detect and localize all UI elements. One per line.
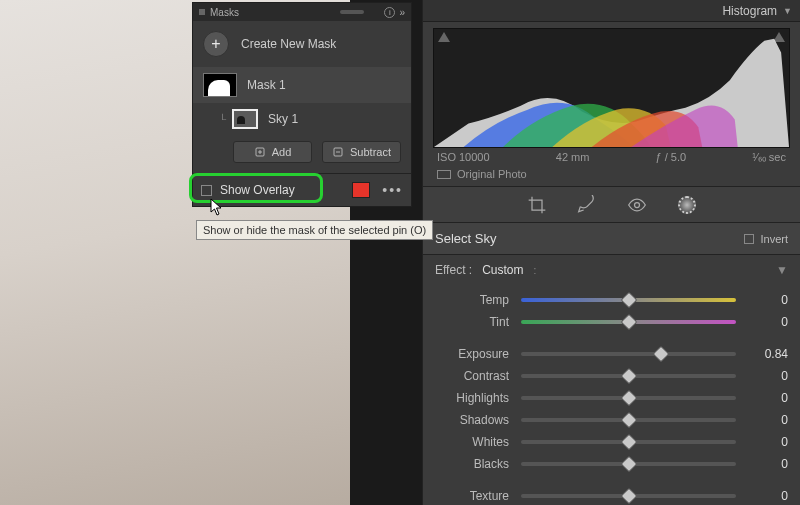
sky1-label: Sky 1 (268, 112, 298, 126)
show-overlay-label[interactable]: Show Overlay (220, 183, 295, 197)
exif-aperture: ƒ / 5.0 (656, 151, 687, 164)
create-mask-label: Create New Mask (241, 37, 336, 51)
sliders-group: Temp 0 Tint 0 Exposure 0.84 Contrast 0 H… (423, 287, 800, 505)
exif-iso: ISO 10000 (437, 151, 490, 164)
panel-collapse-icon[interactable]: ▼ (776, 263, 788, 277)
right-panel: Histogram ▼ ISO 10000 42 mm ƒ / 5.0 ¹⁄₆₀… (422, 0, 800, 505)
temp-label: Temp (423, 293, 513, 307)
shadows-label: Shadows (423, 413, 513, 427)
create-mask-button[interactable]: + Create New Mask (193, 21, 411, 67)
exif-row: ISO 10000 42 mm ƒ / 5.0 ¹⁄₆₀ sec (423, 148, 800, 164)
tint-value: 0 (744, 315, 788, 329)
texture-label: Texture (423, 489, 513, 503)
original-photo-toggle[interactable]: Original Photo (423, 164, 800, 187)
overlay-color-swatch[interactable] (352, 182, 370, 198)
grip-icon (199, 9, 205, 15)
highlights-value: 0 (744, 391, 788, 405)
mask-section-header: Select Sky Invert (423, 223, 800, 255)
histogram-header[interactable]: Histogram ▼ (423, 0, 800, 22)
plus-icon: + (203, 31, 229, 57)
subtract-from-mask-button[interactable]: Subtract (322, 141, 401, 163)
histogram-display[interactable] (433, 28, 790, 148)
masks-panel-titlebar[interactable]: Masks i » (193, 3, 411, 21)
tint-slider[interactable] (521, 320, 736, 324)
blacks-value: 0 (744, 457, 788, 471)
effect-preset-dropdown[interactable]: Custom (482, 263, 523, 277)
tint-label: Tint (423, 315, 513, 329)
mask1-thumb-icon (203, 73, 237, 97)
collapse-icon: ▼ (783, 6, 792, 16)
effect-label: Effect : (435, 263, 472, 277)
shadows-slider[interactable] (521, 418, 736, 422)
highlights-label: Highlights (423, 391, 513, 405)
masks-panel[interactable]: Masks i » + Create New Mask Mask 1 └ Sky… (192, 2, 412, 207)
contrast-value: 0 (744, 369, 788, 383)
cursor-icon (210, 198, 224, 216)
invert-label: Invert (760, 233, 788, 245)
texture-slider[interactable] (521, 494, 736, 498)
crop-tool-icon[interactable] (526, 194, 548, 216)
whites-value: 0 (744, 435, 788, 449)
blacks-label: Blacks (423, 457, 513, 471)
collapse-panel-icon[interactable]: » (399, 7, 405, 18)
add-label: Add (272, 146, 292, 158)
subtract-label: Subtract (350, 146, 391, 158)
show-overlay-checkbox[interactable] (201, 185, 212, 196)
temp-slider[interactable] (521, 298, 736, 302)
exposure-slider[interactable] (521, 352, 736, 356)
mask-item-mask1[interactable]: Mask 1 (193, 67, 411, 103)
mask-section-title: Select Sky (435, 231, 496, 246)
masking-tool-icon[interactable] (676, 194, 698, 216)
tooltip: Show or hide the mask of the selected pi… (196, 220, 433, 240)
shadows-value: 0 (744, 413, 788, 427)
overlay-options-icon[interactable]: ••• (382, 182, 403, 198)
invert-toggle[interactable]: Invert (744, 233, 788, 245)
info-icon[interactable]: i (384, 7, 395, 18)
heal-tool-icon[interactable] (576, 194, 598, 216)
mask-component-sky1[interactable]: └ Sky 1 (193, 103, 411, 135)
exposure-label: Exposure (423, 347, 513, 361)
masks-title-label: Masks (210, 7, 239, 18)
temp-value: 0 (744, 293, 788, 307)
contrast-slider[interactable] (521, 374, 736, 378)
exif-shutter: ¹⁄₆₀ sec (752, 151, 786, 164)
original-photo-label: Original Photo (457, 168, 527, 180)
sky1-thumb-icon (232, 109, 258, 129)
tree-branch-icon: └ (219, 114, 226, 125)
tooltip-text: Show or hide the mask of the selected pi… (203, 224, 426, 236)
drag-handle-icon[interactable] (340, 10, 364, 14)
highlights-slider[interactable] (521, 396, 736, 400)
contrast-label: Contrast (423, 369, 513, 383)
svg-point-0 (634, 202, 639, 207)
redeye-tool-icon[interactable] (626, 194, 648, 216)
exposure-value: 0.84 (744, 347, 788, 361)
whites-label: Whites (423, 435, 513, 449)
histogram-title: Histogram (722, 4, 777, 18)
whites-slider[interactable] (521, 440, 736, 444)
blacks-slider[interactable] (521, 462, 736, 466)
mask1-label: Mask 1 (247, 78, 286, 92)
tool-strip (423, 187, 800, 223)
invert-checkbox-icon (744, 234, 754, 244)
original-photo-icon (437, 170, 451, 179)
texture-value: 0 (744, 489, 788, 503)
add-to-mask-button[interactable]: Add (233, 141, 312, 163)
exif-focal: 42 mm (556, 151, 590, 164)
